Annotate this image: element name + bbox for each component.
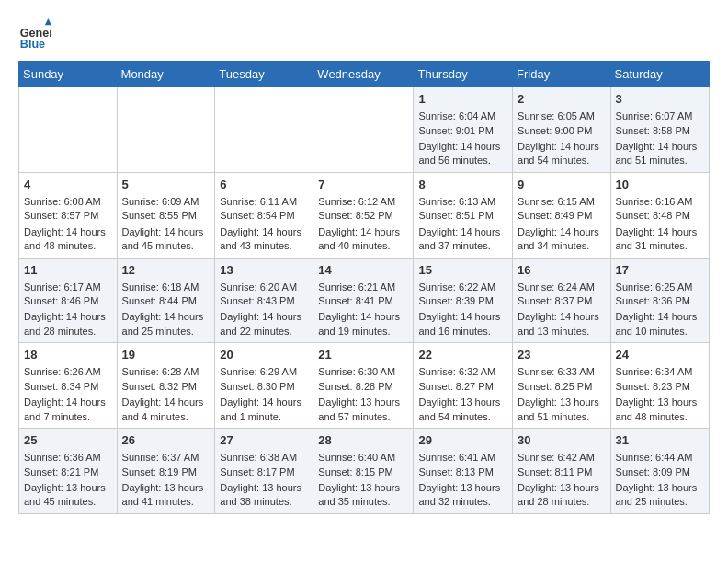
daylight-info: Daylight: 14 hours and 54 minutes. xyxy=(518,140,606,168)
sunrise-info: Sunrise: 6:36 AM xyxy=(24,452,101,463)
sunset-info: Sunset: 8:25 PM xyxy=(518,381,592,392)
sunrise-info: Sunrise: 6:42 AM xyxy=(518,452,595,463)
sunrise-info: Sunrise: 6:24 AM xyxy=(518,282,595,293)
sunset-info: Sunset: 9:00 PM xyxy=(518,125,592,136)
header-sunday: Sunday xyxy=(19,62,118,87)
sunrise-info: Sunrise: 6:40 AM xyxy=(318,452,395,463)
daylight-info: Daylight: 13 hours and 48 minutes. xyxy=(616,396,704,424)
sunset-info: Sunset: 8:23 PM xyxy=(616,381,690,392)
sunrise-info: Sunrise: 6:05 AM xyxy=(518,110,595,121)
calendar-header-row: SundayMondayTuesdayWednesdayThursdayFrid… xyxy=(19,62,710,87)
sunset-info: Sunset: 8:57 PM xyxy=(24,210,98,221)
sunrise-info: Sunrise: 6:09 AM xyxy=(122,196,199,207)
sunrise-info: Sunrise: 6:07 AM xyxy=(616,110,693,121)
daylight-info: Daylight: 13 hours and 35 minutes. xyxy=(318,481,408,510)
header-friday: Friday xyxy=(513,62,611,87)
sunrise-info: Sunrise: 6:38 AM xyxy=(220,452,297,463)
daylight-info: Daylight: 14 hours and 37 minutes. xyxy=(418,225,507,254)
day-number: 22 xyxy=(418,347,507,363)
day-number: 4 xyxy=(24,177,112,193)
calendar-cell: 25Sunrise: 6:36 AMSunset: 8:21 PMDayligh… xyxy=(19,429,118,514)
calendar-cell xyxy=(313,87,414,173)
daylight-info: Daylight: 14 hours and 10 minutes. xyxy=(616,310,704,339)
sunset-info: Sunset: 8:27 PM xyxy=(418,381,493,392)
header-tuesday: Tuesday xyxy=(215,62,313,87)
sunrise-info: Sunrise: 6:13 AM xyxy=(418,196,495,207)
day-number: 14 xyxy=(318,262,408,279)
sunset-info: Sunset: 8:58 PM xyxy=(616,125,690,136)
sunset-info: Sunset: 8:17 PM xyxy=(220,466,294,477)
calendar-cell: 15Sunrise: 6:22 AMSunset: 8:39 PMDayligh… xyxy=(414,258,513,343)
day-number: 16 xyxy=(518,262,606,279)
calendar-cell: 3Sunrise: 6:07 AMSunset: 8:58 PMDaylight… xyxy=(610,87,709,173)
sunset-info: Sunset: 8:30 PM xyxy=(220,381,294,392)
calendar-cell: 6Sunrise: 6:11 AMSunset: 8:54 PMDaylight… xyxy=(215,172,313,258)
daylight-info: Daylight: 14 hours and 13 minutes. xyxy=(518,310,606,339)
day-number: 3 xyxy=(616,91,704,108)
sunset-info: Sunset: 9:01 PM xyxy=(418,125,493,136)
sunrise-info: Sunrise: 6:20 AM xyxy=(220,282,297,293)
daylight-info: Daylight: 14 hours and 40 minutes. xyxy=(318,225,408,254)
daylight-info: Daylight: 14 hours and 4 minutes. xyxy=(122,396,210,424)
calendar-cell: 11Sunrise: 6:17 AMSunset: 8:46 PMDayligh… xyxy=(19,258,118,343)
sunset-info: Sunset: 8:11 PM xyxy=(518,466,592,477)
sunrise-info: Sunrise: 6:16 AM xyxy=(616,196,693,207)
calendar-cell: 16Sunrise: 6:24 AMSunset: 8:37 PMDayligh… xyxy=(513,258,611,343)
day-number: 30 xyxy=(518,432,606,449)
daylight-info: Daylight: 14 hours and 34 minutes. xyxy=(518,225,606,254)
sunrise-info: Sunrise: 6:44 AM xyxy=(616,452,693,463)
calendar-cell xyxy=(19,87,118,173)
sunset-info: Sunset: 8:09 PM xyxy=(616,466,690,477)
daylight-info: Daylight: 14 hours and 19 minutes. xyxy=(318,310,408,339)
day-number: 23 xyxy=(518,347,606,363)
daylight-info: Daylight: 13 hours and 32 minutes. xyxy=(418,481,507,510)
calendar-cell: 5Sunrise: 6:09 AMSunset: 8:55 PMDaylight… xyxy=(117,172,215,258)
calendar-cell: 31Sunrise: 6:44 AMSunset: 8:09 PMDayligh… xyxy=(610,429,709,514)
calendar-cell: 23Sunrise: 6:33 AMSunset: 8:25 PMDayligh… xyxy=(513,343,611,429)
calendar-cell xyxy=(117,87,215,173)
day-number: 12 xyxy=(122,262,210,279)
daylight-info: Daylight: 14 hours and 7 minutes. xyxy=(24,396,112,424)
calendar-cell: 26Sunrise: 6:37 AMSunset: 8:19 PMDayligh… xyxy=(117,429,215,514)
sunrise-info: Sunrise: 6:41 AM xyxy=(418,452,495,463)
calendar-cell: 30Sunrise: 6:42 AMSunset: 8:11 PMDayligh… xyxy=(513,429,611,514)
daylight-info: Daylight: 13 hours and 38 minutes. xyxy=(220,481,308,510)
sunset-info: Sunset: 8:13 PM xyxy=(418,466,493,477)
sunset-info: Sunset: 8:28 PM xyxy=(318,381,392,392)
sunrise-info: Sunrise: 6:32 AM xyxy=(418,366,495,377)
calendar-cell: 10Sunrise: 6:16 AMSunset: 8:48 PMDayligh… xyxy=(610,172,709,258)
day-number: 20 xyxy=(220,347,308,363)
day-number: 8 xyxy=(418,177,507,193)
sunrise-info: Sunrise: 6:34 AM xyxy=(616,366,693,377)
calendar-cell: 21Sunrise: 6:30 AMSunset: 8:28 PMDayligh… xyxy=(313,343,414,429)
day-number: 24 xyxy=(616,347,704,363)
calendar-cell: 2Sunrise: 6:05 AMSunset: 9:00 PMDaylight… xyxy=(513,87,611,173)
sunrise-info: Sunrise: 6:11 AM xyxy=(220,196,297,207)
sunrise-info: Sunrise: 6:12 AM xyxy=(318,196,395,207)
day-number: 29 xyxy=(418,432,507,449)
sunset-info: Sunset: 8:51 PM xyxy=(418,210,493,221)
sunrise-info: Sunrise: 6:29 AM xyxy=(220,366,297,377)
calendar-cell: 7Sunrise: 6:12 AMSunset: 8:52 PMDaylight… xyxy=(313,172,414,258)
logo: General Blue xyxy=(18,18,55,52)
calendar-week-row: 18Sunrise: 6:26 AMSunset: 8:34 PMDayligh… xyxy=(19,343,710,429)
logo-icon: General Blue xyxy=(18,18,51,52)
day-number: 1 xyxy=(418,91,507,108)
sunset-info: Sunset: 8:21 PM xyxy=(24,466,98,477)
daylight-info: Daylight: 14 hours and 43 minutes. xyxy=(220,225,308,254)
day-number: 26 xyxy=(122,432,210,449)
daylight-info: Daylight: 13 hours and 45 minutes. xyxy=(24,481,112,510)
sunset-info: Sunset: 8:43 PM xyxy=(220,295,294,306)
daylight-info: Daylight: 14 hours and 48 minutes. xyxy=(24,225,112,254)
sunrise-info: Sunrise: 6:18 AM xyxy=(122,282,199,293)
daylight-info: Daylight: 13 hours and 51 minutes. xyxy=(518,396,606,424)
daylight-info: Daylight: 14 hours and 16 minutes. xyxy=(418,310,507,339)
daylight-info: Daylight: 13 hours and 28 minutes. xyxy=(518,481,606,510)
calendar-cell: 8Sunrise: 6:13 AMSunset: 8:51 PMDaylight… xyxy=(414,172,513,258)
calendar-week-row: 11Sunrise: 6:17 AMSunset: 8:46 PMDayligh… xyxy=(19,258,710,343)
sunset-info: Sunset: 8:44 PM xyxy=(122,295,197,306)
calendar-cell: 4Sunrise: 6:08 AMSunset: 8:57 PMDaylight… xyxy=(19,172,118,258)
day-number: 15 xyxy=(418,262,507,279)
sunrise-info: Sunrise: 6:25 AM xyxy=(616,282,693,293)
calendar-cell: 13Sunrise: 6:20 AMSunset: 8:43 PMDayligh… xyxy=(215,258,313,343)
